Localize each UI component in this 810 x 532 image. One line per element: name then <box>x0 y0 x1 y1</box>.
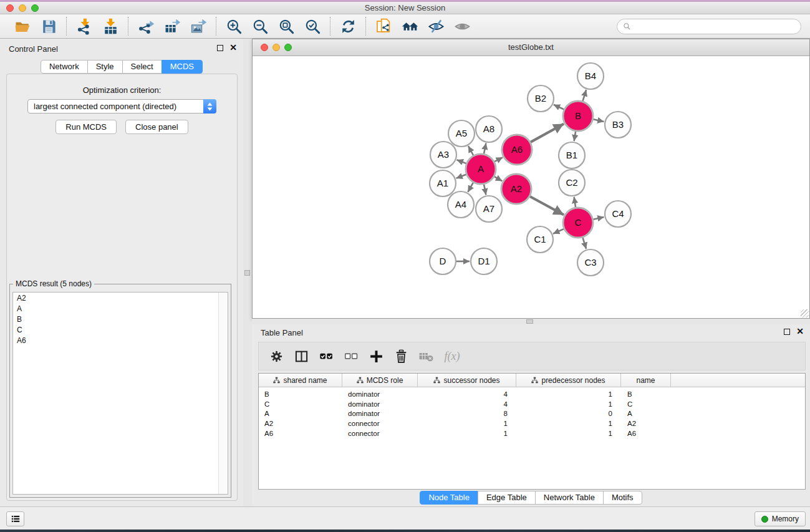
table-cell[interactable]: dominator <box>342 390 418 398</box>
table-cell[interactable]: connector <box>342 420 418 427</box>
edge-A-A1[interactable] <box>456 175 466 178</box>
edge-B-B3[interactable] <box>593 119 604 122</box>
horizontal-splitter[interactable] <box>252 319 810 324</box>
tab-select[interactable]: Select <box>122 60 162 74</box>
gear-icon[interactable] <box>267 346 286 367</box>
network-minimize-button[interactable] <box>272 44 280 51</box>
edge-A-A3[interactable] <box>457 160 466 163</box>
table-cell[interactable]: 1 <box>418 430 516 437</box>
zoom-window-button[interactable] <box>31 4 39 12</box>
tab-edge-table[interactable]: Edge Table <box>478 491 536 505</box>
table-cell[interactable]: A6 <box>621 430 671 437</box>
zoom-in-icon[interactable] <box>223 16 244 36</box>
table-row[interactable]: A6connector11A6 <box>259 428 805 438</box>
table-cell[interactable]: 0 <box>516 410 621 417</box>
edge-A-A4[interactable] <box>468 183 473 192</box>
mcds-result-item[interactable]: C <box>13 324 228 335</box>
add-row-icon[interactable] <box>367 346 385 367</box>
column-selector-icon[interactable] <box>292 346 311 367</box>
edge-A6-B[interactable] <box>531 124 564 142</box>
float-panel-icon[interactable] <box>217 45 223 51</box>
network-canvas[interactable]: B4B2BB3B1A5A8A6A3AA1A2C2A4A7C4CC1C3DD1 <box>253 57 809 318</box>
column-header-shared-name[interactable]: shared name <box>259 374 342 387</box>
table-cell[interactable]: 1 <box>516 420 621 427</box>
float-table-panel-icon[interactable] <box>784 329 790 335</box>
vertical-splitter[interactable] <box>243 39 252 506</box>
mcds-result-item[interactable]: A <box>13 303 228 314</box>
table-cell[interactable]: 1 <box>516 430 621 437</box>
zoom-fit-icon[interactable] <box>276 16 297 36</box>
table-cell[interactable]: A6 <box>259 430 342 437</box>
table-cell[interactable]: A2 <box>259 420 342 427</box>
tab-network[interactable]: Network <box>41 60 88 74</box>
task-history-button[interactable] <box>6 511 24 526</box>
duplicate-network-icon[interactable] <box>373 16 394 36</box>
table-cell[interactable]: C <box>259 400 342 408</box>
mcds-result-item[interactable]: A6 <box>13 335 228 346</box>
delete-row-icon[interactable] <box>392 346 410 367</box>
delete-table-icon[interactable] <box>417 346 435 367</box>
zoom-selected-icon[interactable] <box>302 16 323 36</box>
home-icon[interactable] <box>399 16 420 36</box>
table-cell[interactable]: A2 <box>621 420 671 427</box>
import-table-icon[interactable] <box>100 16 121 36</box>
table-cell[interactable]: 4 <box>418 400 516 408</box>
table-cell[interactable]: 1 <box>516 390 621 398</box>
edge-A-A8[interactable] <box>484 143 486 154</box>
import-network-icon[interactable] <box>74 16 95 36</box>
criterion-dropdown[interactable]: largest connected component (directed) <box>27 99 216 114</box>
table-cell[interactable]: 1 <box>418 420 516 427</box>
show-all-icon[interactable] <box>451 16 473 36</box>
edge-A-A2[interactable] <box>494 177 503 181</box>
open-session-icon[interactable] <box>12 16 33 36</box>
vertical-splitter-handle[interactable] <box>244 270 250 276</box>
edge-C-C2[interactable] <box>574 197 576 208</box>
table-row[interactable]: Cdominator41C <box>259 399 805 409</box>
table-row[interactable]: Bdominator41B <box>259 389 805 399</box>
export-image-icon[interactable] <box>188 16 209 36</box>
column-header-predecessor-nodes[interactable]: predecessor nodes <box>516 374 621 387</box>
table-cell[interactable]: 8 <box>418 410 516 417</box>
deselect-all-icon[interactable] <box>342 346 360 367</box>
refresh-icon[interactable] <box>337 16 359 36</box>
table-cell[interactable]: A <box>259 410 342 417</box>
search-input[interactable] <box>631 19 801 34</box>
hide-selected-icon[interactable] <box>425 16 446 36</box>
network-zoom-button[interactable] <box>284 44 292 51</box>
mcds-result-item[interactable]: A2 <box>13 293 228 303</box>
tab-motifs[interactable]: Motifs <box>603 491 642 505</box>
edge-A2-C[interactable] <box>530 196 564 215</box>
edge-A-A5[interactable] <box>468 146 473 155</box>
table-cell[interactable]: dominator <box>342 400 418 408</box>
edge-C-C1[interactable] <box>553 229 564 234</box>
horizontal-splitter-handle[interactable] <box>526 319 533 324</box>
fx-icon[interactable]: f(x) <box>441 346 460 367</box>
tab-style[interactable]: Style <box>87 60 123 74</box>
edge-C-C4[interactable] <box>593 217 604 220</box>
export-network-icon[interactable] <box>135 16 157 36</box>
result-scrollbar[interactable] <box>218 293 228 494</box>
edge-C-C3[interactable] <box>583 238 587 249</box>
edge-B-B1[interactable] <box>574 132 576 142</box>
edge-B-B4[interactable] <box>583 90 587 101</box>
table-cell[interactable]: A <box>621 410 671 417</box>
edge-A-A6[interactable] <box>494 157 503 162</box>
tab-mcds[interactable]: MCDS <box>162 60 203 74</box>
run-mcds-button[interactable]: Run MCDS <box>55 120 117 134</box>
memory-button[interactable]: Memory <box>755 511 806 526</box>
table-cell[interactable]: C <box>621 400 671 408</box>
tab-node-table[interactable]: Node Table <box>420 491 478 505</box>
table-cell[interactable]: connector <box>342 430 418 437</box>
column-header-successor-nodes[interactable]: successor nodes <box>418 374 516 387</box>
column-header-mcds-role[interactable]: MCDS role <box>342 374 418 387</box>
table-cell[interactable]: B <box>259 390 342 398</box>
network-close-button[interactable] <box>261 44 268 51</box>
table-row[interactable]: Adominator80A <box>259 409 805 419</box>
table-cell[interactable]: dominator <box>342 410 418 417</box>
table-row[interactable]: A2connector11A2 <box>259 418 805 428</box>
edge-B-B2[interactable] <box>554 105 564 110</box>
table-cell[interactable]: 1 <box>516 400 621 408</box>
minimize-window-button[interactable] <box>19 4 26 12</box>
search-field[interactable] <box>617 19 801 34</box>
close-window-button[interactable] <box>6 4 14 12</box>
